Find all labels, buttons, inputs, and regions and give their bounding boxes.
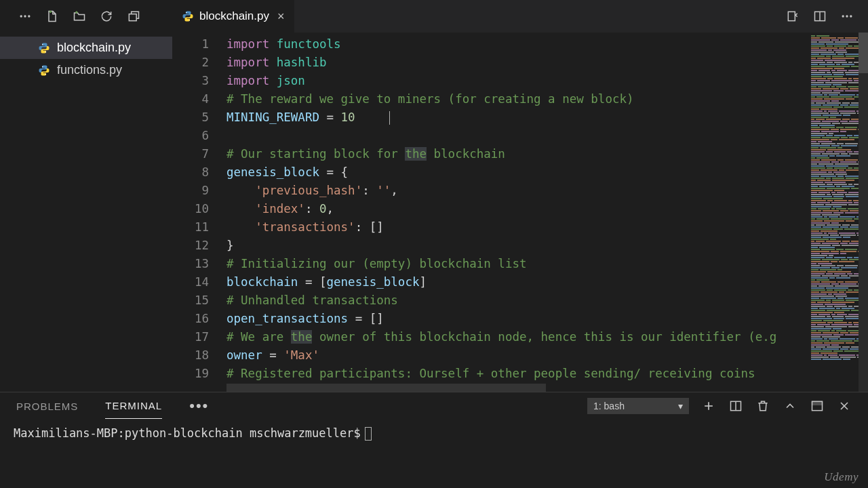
svg-point-11 — [850, 15, 852, 17]
minimap-thumb[interactable] — [859, 33, 868, 73]
panel-tabs: PROBLEMS TERMINAL ••• 1: bash — [0, 392, 868, 420]
watermark: Udemy — [824, 470, 859, 484]
python-file-icon — [38, 42, 50, 54]
panel-overflow-icon[interactable]: ••• — [189, 397, 209, 415]
file-explorer: blockchain.py functions.py — [0, 33, 172, 392]
terminal[interactable]: Maximilians-MBP:python-blockchain mschwa… — [0, 420, 868, 488]
new-file-icon[interactable] — [45, 9, 60, 24]
refresh-icon[interactable] — [99, 9, 114, 24]
kill-terminal-icon[interactable] — [755, 399, 770, 413]
explorer-actions — [0, 0, 172, 33]
editor-tabs: blockchain.py × — [172, 0, 785, 33]
svg-point-0 — [20, 15, 22, 17]
svg-rect-3 — [129, 14, 136, 21]
terminal-selector[interactable]: 1: bash — [587, 398, 689, 414]
collapse-panel-icon[interactable] — [783, 399, 797, 413]
editor[interactable]: 12345678910111213141516171819 import fun… — [172, 33, 868, 392]
file-item-functions[interactable]: functions.py — [0, 59, 172, 81]
editor-title-actions — [785, 0, 868, 33]
collapse-folders-icon[interactable] — [126, 9, 141, 24]
main-area: blockchain.py functions.py 1234567891011… — [0, 33, 868, 392]
svg-rect-21 — [812, 401, 823, 405]
line-number-gutter: 12345678910111213141516171819 — [172, 35, 226, 383]
svg-point-13 — [45, 51, 47, 52]
svg-point-15 — [45, 73, 47, 75]
panel-tab-problems[interactable]: PROBLEMS — [16, 394, 78, 419]
tab-label: blockchain.py — [199, 9, 269, 23]
close-panel-icon[interactable] — [837, 399, 852, 413]
more-actions-icon[interactable] — [840, 9, 854, 24]
tab-blockchain[interactable]: blockchain.py × — [172, 0, 294, 33]
svg-point-14 — [42, 66, 43, 67]
svg-point-5 — [189, 20, 191, 21]
minimap[interactable] — [807, 33, 868, 392]
file-label: blockchain.py — [57, 41, 131, 55]
new-terminal-icon[interactable] — [701, 399, 716, 413]
title-bar: blockchain.py × — [0, 0, 868, 33]
panel-tab-terminal[interactable]: TERMINAL — [105, 393, 162, 419]
split-editor-icon[interactable] — [812, 9, 827, 24]
open-changes-icon[interactable] — [785, 9, 800, 24]
python-file-icon — [182, 10, 194, 22]
split-terminal-icon[interactable] — [728, 399, 743, 413]
more-icon[interactable] — [18, 9, 33, 24]
svg-point-2 — [28, 15, 30, 17]
file-item-blockchain[interactable]: blockchain.py — [0, 37, 172, 59]
maximize-panel-icon[interactable] — [810, 399, 825, 413]
editor-hscroll-thumb[interactable] — [226, 384, 546, 392]
close-icon[interactable]: × — [277, 9, 285, 24]
svg-rect-6 — [788, 12, 795, 20]
new-folder-icon[interactable] — [72, 9, 87, 24]
file-label: functions.py — [57, 63, 122, 77]
svg-point-1 — [24, 15, 26, 17]
python-file-icon — [38, 64, 50, 77]
terminal-prompt: Maximilians-MBP:python-blockchain mschwa… — [14, 426, 361, 440]
editor-hscrollbar[interactable] — [226, 384, 807, 392]
terminal-cursor — [365, 427, 372, 441]
code-area[interactable]: import functoolsimport hashlibimport jso… — [226, 35, 868, 383]
bottom-panel: PROBLEMS TERMINAL ••• 1: bash — [0, 392, 868, 488]
svg-point-4 — [186, 12, 187, 14]
svg-point-9 — [842, 15, 844, 17]
svg-point-10 — [846, 15, 848, 17]
svg-point-12 — [42, 43, 43, 45]
minimap-scrollbar[interactable] — [859, 33, 868, 392]
